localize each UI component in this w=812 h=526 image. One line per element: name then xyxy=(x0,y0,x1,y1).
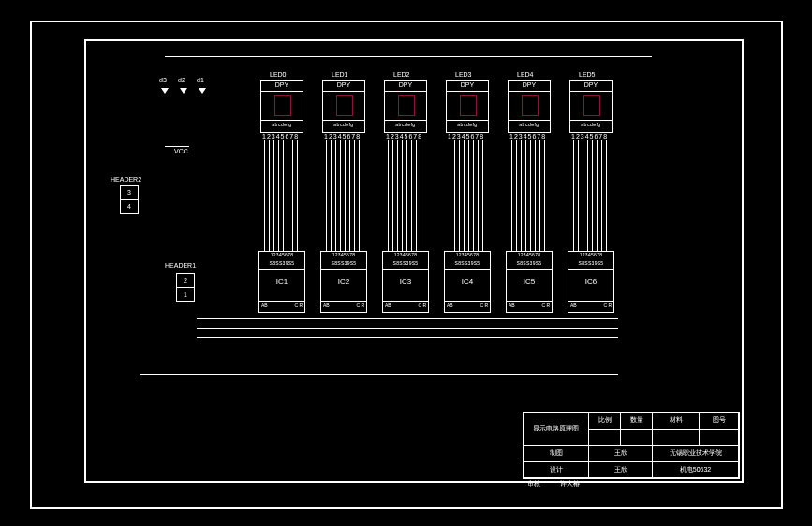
bus-bot xyxy=(197,318,618,319)
col-dwgno: 图号 xyxy=(700,413,739,430)
seven-seg-icon xyxy=(583,95,600,116)
ic-label: IC1 xyxy=(259,270,304,301)
role-designer: 设计 xyxy=(524,462,589,479)
seven-seg-icon xyxy=(522,95,539,116)
drawing-title: 显示电路原理图 xyxy=(524,413,589,446)
role-drafter: 制图 xyxy=(524,446,589,462)
led-label: LED4 xyxy=(517,71,534,78)
ic-pinnums: S8SS39S5 xyxy=(259,260,304,270)
led-label: LED2 xyxy=(393,71,410,78)
ic-botL: AB xyxy=(385,302,391,312)
title-block: 显示电路原理图 比例 数量 材料 图号 制图 王欣 无锡职业技术学院 设计 王欣… xyxy=(523,412,740,479)
dpy-pinrow: 12345678 xyxy=(262,133,299,139)
ic-4: 12345678 S8SS39S5 IC4 ABC R xyxy=(444,251,491,313)
ic-botL: AB xyxy=(570,302,577,312)
dpy-segs: abcdefg xyxy=(509,121,550,127)
seven-seg-icon xyxy=(336,95,353,116)
ic-pinnums: S8SS39S5 xyxy=(507,260,552,270)
seven-seg-icon xyxy=(274,95,291,116)
vcc-wire xyxy=(165,146,189,147)
header2-pin: 4 xyxy=(121,200,138,213)
dpy-segs: abcdefg xyxy=(570,121,612,127)
ic-botL: AB xyxy=(323,302,330,312)
bus-v xyxy=(264,140,300,251)
bus-v xyxy=(573,140,609,251)
bus-v xyxy=(511,140,547,251)
ic-botR: C R xyxy=(356,302,364,312)
ic-6: 12345678 S8SS39S5 IC6 ABC R xyxy=(568,251,614,313)
ic-botR: C R xyxy=(294,302,303,312)
bus-v xyxy=(326,140,362,251)
bus-top xyxy=(165,56,652,57)
bus-bot xyxy=(140,374,618,375)
vcc-label: VCC xyxy=(174,148,188,154)
dpy-pinrow: 12345678 xyxy=(509,133,546,139)
diode-d1 xyxy=(199,88,206,101)
header2-label: HEADER2 xyxy=(111,176,141,183)
ic-botL: AB xyxy=(447,302,453,312)
role-reviewer: 审核 xyxy=(527,479,540,489)
ic-label: IC3 xyxy=(383,270,428,301)
ic-label: IC5 xyxy=(507,270,552,301)
dpy-module-0: DPY abcdefg xyxy=(260,80,303,133)
dpy-label: DPY xyxy=(385,81,426,92)
diode-label: d2 xyxy=(178,77,185,83)
ic-botR: C R xyxy=(603,302,612,312)
led-label: LED5 xyxy=(579,71,596,78)
dpy-segs: abcdefg xyxy=(447,121,488,127)
dpy-pinrow: 12345678 xyxy=(324,133,361,139)
dpy-module-4: DPY abcdefg xyxy=(508,80,551,133)
ic-5: 12345678 S8SS39S5 IC5 ABC R xyxy=(506,251,553,313)
dpy-module-3: DPY abcdefg xyxy=(446,80,489,133)
ic-pintop: 12345678 xyxy=(568,252,613,260)
dpy-pinrow: 12345678 xyxy=(386,133,422,139)
dpy-segs: abcdefg xyxy=(323,121,364,127)
dpy-module-1: DPY abcdefg xyxy=(322,80,365,133)
ic-pinnums: S8SS39S5 xyxy=(321,260,366,270)
ic-pintop: 12345678 xyxy=(507,252,552,260)
dpy-module-2: DPY abcdefg xyxy=(384,80,427,133)
class-id: 机电50632 xyxy=(653,462,739,479)
seven-seg-icon xyxy=(460,95,477,116)
ic-pintop: 12345678 xyxy=(383,252,428,260)
col-mat: 材料 xyxy=(653,413,700,430)
diode-d3 xyxy=(161,88,169,101)
led-label: LED1 xyxy=(332,71,348,78)
name-drafter: 王欣 xyxy=(589,446,653,462)
ic-pintop: 12345678 xyxy=(321,252,366,260)
dpy-segs: abcdefg xyxy=(261,121,303,127)
dpy-label: DPY xyxy=(261,81,303,92)
ic-label: IC6 xyxy=(568,270,613,301)
ic-label: IC2 xyxy=(321,270,366,301)
ic-botL: AB xyxy=(261,302,268,312)
seven-seg-icon xyxy=(398,95,415,116)
header1-pin: 1 xyxy=(177,288,194,301)
bus-v xyxy=(450,140,485,251)
ic-pinnums: S8SS39S5 xyxy=(383,260,428,270)
ic-label: IC4 xyxy=(445,270,490,301)
col-scale: 比例 xyxy=(589,413,621,430)
bus-bot xyxy=(197,337,618,338)
name-designer: 王欣 xyxy=(589,462,653,479)
header1: 2 1 xyxy=(176,273,195,302)
diode-label: d1 xyxy=(197,77,204,83)
diode-d2 xyxy=(180,88,187,101)
ic-pintop: 12345678 xyxy=(259,252,304,260)
led-label: LED0 xyxy=(270,71,287,78)
col-qty: 数量 xyxy=(621,413,653,430)
dpy-label: DPY xyxy=(509,81,550,92)
institution: 无锡职业技术学院 xyxy=(653,446,739,462)
diode-label: d3 xyxy=(159,77,167,83)
dpy-label: DPY xyxy=(447,81,488,92)
ic-botR: C R xyxy=(480,302,488,312)
name-reviewer: 许大椿 xyxy=(560,479,580,489)
header1-label: HEADER1 xyxy=(165,262,196,269)
header1-pin: 2 xyxy=(177,274,194,288)
bus-bot xyxy=(197,328,618,329)
ic-botL: AB xyxy=(509,302,515,312)
dpy-pinrow: 12345678 xyxy=(571,133,608,139)
ic-pintop: 12345678 xyxy=(445,252,490,260)
viewport: d3 d2 d1 VCC HEADER2 3 4 HEADER1 2 1 LED… xyxy=(0,0,812,526)
dpy-segs: abcdefg xyxy=(385,121,426,127)
ic-botR: C R xyxy=(541,302,550,312)
